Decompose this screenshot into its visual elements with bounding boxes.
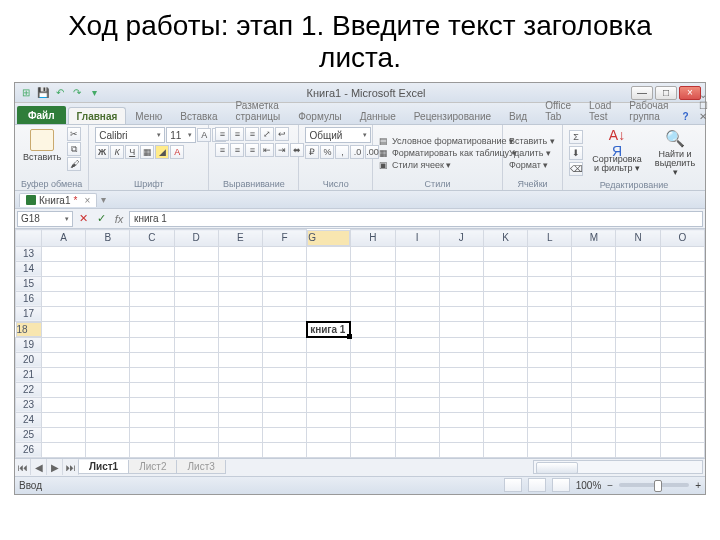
cell-styles-button[interactable]: ▣Стили ячеек ▾ (379, 160, 451, 170)
find-select-button[interactable]: 🔍 Найти и выделить ▾ (651, 127, 699, 179)
row-header[interactable]: 20 (16, 352, 42, 367)
cell[interactable] (660, 412, 704, 427)
cell[interactable] (528, 261, 572, 276)
align-left-icon[interactable]: ≡ (215, 143, 229, 157)
cell[interactable] (660, 352, 704, 367)
align-top-icon[interactable]: ≡ (215, 127, 229, 141)
cell[interactable] (572, 367, 616, 382)
orientation-icon[interactable]: ⤢ (260, 127, 274, 141)
row-header[interactable]: 16 (16, 291, 42, 306)
cell[interactable] (130, 442, 174, 457)
cell[interactable] (439, 397, 483, 412)
sheet-nav-last-icon[interactable]: ⏭ (63, 459, 79, 475)
cell[interactable] (174, 321, 218, 337)
cell[interactable] (395, 352, 439, 367)
cell[interactable] (616, 442, 660, 457)
cell[interactable] (616, 427, 660, 442)
row-header[interactable]: 22 (16, 382, 42, 397)
cell[interactable] (483, 397, 527, 412)
cell[interactable] (351, 321, 395, 337)
cell[interactable] (660, 276, 704, 291)
cell[interactable] (42, 382, 86, 397)
col-header[interactable]: F (262, 230, 306, 247)
cell[interactable] (395, 412, 439, 427)
cell[interactable] (218, 382, 262, 397)
cell[interactable] (616, 382, 660, 397)
cell[interactable] (572, 397, 616, 412)
cell[interactable] (218, 367, 262, 382)
row-header[interactable]: 21 (16, 367, 42, 382)
sheet-tab-3[interactable]: Лист3 (176, 460, 225, 474)
tab-data[interactable]: Данные (351, 107, 405, 124)
cell[interactable] (86, 367, 130, 382)
cell[interactable] (86, 397, 130, 412)
cell[interactable] (86, 337, 130, 352)
cell[interactable] (262, 261, 306, 276)
cell[interactable] (439, 412, 483, 427)
cell[interactable] (439, 291, 483, 306)
cell[interactable] (42, 291, 86, 306)
col-header[interactable]: N (616, 230, 660, 247)
cell[interactable] (351, 442, 395, 457)
underline-button[interactable]: Ч (125, 145, 139, 159)
font-name-select[interactable]: Calibri▾ (95, 127, 165, 143)
cell[interactable] (307, 412, 351, 427)
align-right-icon[interactable]: ≡ (245, 143, 259, 157)
col-header[interactable]: M (572, 230, 616, 247)
cell[interactable] (616, 276, 660, 291)
cell[interactable] (439, 382, 483, 397)
tab-file[interactable]: Файл (17, 106, 66, 124)
cell[interactable] (262, 412, 306, 427)
cell[interactable] (395, 382, 439, 397)
cell[interactable] (130, 276, 174, 291)
cell[interactable] (262, 306, 306, 321)
cell[interactable] (174, 382, 218, 397)
cell[interactable] (174, 427, 218, 442)
cell[interactable] (616, 352, 660, 367)
cell[interactable] (86, 382, 130, 397)
row-header[interactable]: 17 (16, 306, 42, 321)
cell[interactable] (660, 427, 704, 442)
row-header[interactable]: 23 (16, 397, 42, 412)
col-header[interactable]: L (528, 230, 572, 247)
row-header[interactable]: 24 (16, 412, 42, 427)
cell[interactable] (218, 291, 262, 306)
cell[interactable] (572, 412, 616, 427)
cell[interactable] (439, 337, 483, 352)
cell[interactable] (307, 427, 351, 442)
sort-filter-button[interactable]: A↓Я Сортировка и фильтр ▾ (591, 131, 643, 175)
paste-button[interactable]: Вставить (21, 127, 63, 164)
cell[interactable] (395, 367, 439, 382)
col-header[interactable]: C (130, 230, 174, 247)
cell[interactable] (660, 246, 704, 261)
cell[interactable] (174, 246, 218, 261)
cell[interactable] (42, 442, 86, 457)
tab-loadtest[interactable]: Load Test (580, 96, 620, 124)
cell[interactable] (262, 397, 306, 412)
cell[interactable] (262, 352, 306, 367)
cell[interactable] (616, 291, 660, 306)
cell[interactable] (174, 276, 218, 291)
align-center-icon[interactable]: ≡ (230, 143, 244, 157)
cell[interactable] (174, 352, 218, 367)
spreadsheet-grid[interactable]: ABCDEFGHIJKLMNO131415161718книга 1192021… (15, 229, 705, 458)
cell[interactable] (528, 337, 572, 352)
col-header[interactable]: K (483, 230, 527, 247)
cell[interactable] (572, 306, 616, 321)
cell[interactable] (130, 246, 174, 261)
cell[interactable] (528, 382, 572, 397)
cell[interactable] (86, 442, 130, 457)
cell[interactable] (262, 367, 306, 382)
redo-icon[interactable]: ↷ (70, 86, 84, 100)
cell[interactable] (307, 276, 351, 291)
cell[interactable] (262, 246, 306, 261)
cell[interactable] (483, 306, 527, 321)
currency-icon[interactable]: ₽ (305, 145, 319, 159)
cell[interactable] (395, 261, 439, 276)
copy-icon[interactable]: ⧉ (67, 142, 81, 156)
col-header[interactable]: A (42, 230, 86, 247)
cell[interactable] (395, 442, 439, 457)
cell[interactable] (262, 276, 306, 291)
percent-icon[interactable]: % (320, 145, 334, 159)
cell[interactable] (439, 442, 483, 457)
